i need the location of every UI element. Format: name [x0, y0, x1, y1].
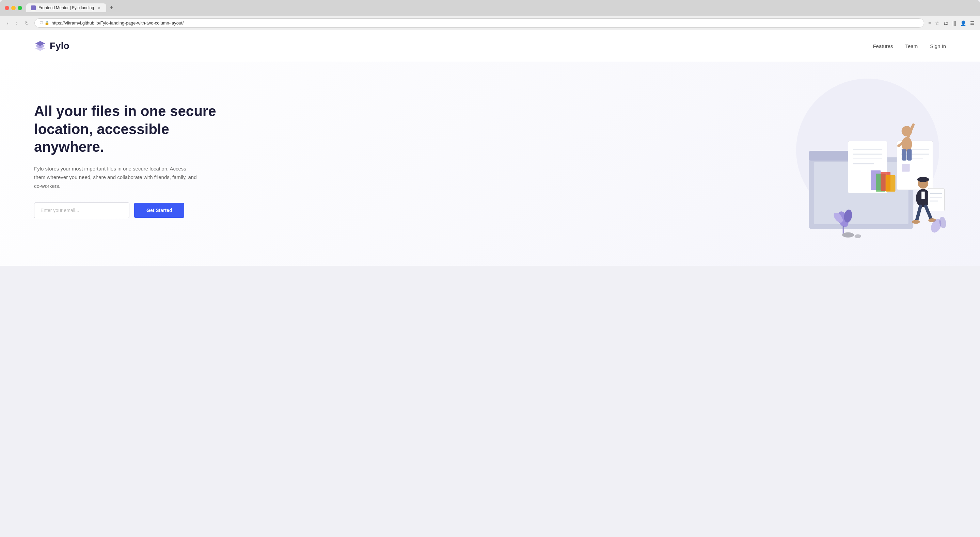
traffic-lights — [5, 6, 22, 10]
lock-icon: 🔒 — [45, 21, 49, 25]
logo-text: Fylo — [50, 40, 70, 51]
maximize-button[interactable] — [18, 6, 22, 10]
nav-signin[interactable]: Sign In — [930, 43, 946, 49]
hero-section: All your files in one secure location, a… — [0, 62, 980, 266]
hero-illustration-svg — [783, 89, 953, 245]
website-content: Fylo Features Team Sign In All your file… — [0, 30, 980, 266]
tab-favicon — [31, 5, 36, 10]
svg-point-33 — [912, 220, 920, 224]
pocket-icon[interactable]: 🗂 — [943, 20, 949, 27]
svg-point-39 — [842, 232, 854, 238]
email-input[interactable] — [34, 202, 129, 218]
library-icon[interactable]: ||| — [952, 20, 957, 27]
svg-point-24 — [917, 177, 929, 182]
browser-toolbar: ‹ › ↻ 🛡 🔒 https://vikramvi.github.io/Fyl… — [0, 16, 980, 30]
new-tab-button[interactable]: + — [108, 5, 115, 11]
get-started-button[interactable]: Get Started — [134, 203, 184, 218]
back-button[interactable]: ‹ — [5, 19, 11, 27]
tab-title: Frontend Mentor | Fylo landing — [38, 5, 94, 10]
hero-form: Get Started — [34, 202, 225, 218]
logo-icon — [34, 40, 46, 52]
close-button[interactable] — [5, 6, 9, 10]
svg-rect-27 — [928, 188, 944, 211]
shield-icon: 🛡 — [40, 21, 43, 25]
svg-line-31 — [917, 206, 921, 221]
reader-view-icon[interactable]: ≡ — [928, 20, 932, 27]
forward-button[interactable]: › — [14, 19, 20, 27]
menu-icon[interactable]: ☰ — [969, 20, 975, 27]
tab-bar: Frontend Mentor | Fylo landing ✕ + — [26, 3, 975, 12]
profile-icon[interactable]: 👤 — [959, 20, 967, 27]
browser-window: Frontend Mentor | Fylo landing ✕ + ‹ › ↻… — [0, 0, 980, 266]
nav-features[interactable]: Features — [873, 43, 893, 49]
svg-rect-11 — [886, 175, 896, 192]
hero-description: Fylo stores your most important files in… — [34, 164, 197, 191]
security-icons: 🛡 🔒 — [40, 21, 49, 25]
logo: Fylo — [34, 40, 70, 52]
nav-links: Features Team Sign In — [873, 43, 946, 49]
hero-content: All your files in one secure location, a… — [34, 102, 225, 218]
toolbar-actions: ≡ ☆ 🗂 ||| 👤 ☰ — [928, 20, 975, 27]
reload-button[interactable]: ↻ — [23, 19, 31, 27]
nav-team[interactable]: Team — [905, 43, 918, 49]
hero-title: All your files in one secure location, a… — [34, 102, 225, 156]
svg-rect-20 — [907, 149, 912, 160]
tab-close-button[interactable]: ✕ — [97, 5, 102, 10]
svg-rect-19 — [902, 149, 907, 160]
svg-rect-26 — [921, 192, 925, 199]
hero-illustration — [225, 75, 946, 245]
svg-point-40 — [855, 234, 861, 238]
url-text[interactable]: https://vikramvi.github.io/Fylo-landing-… — [51, 21, 919, 25]
minimize-button[interactable] — [11, 6, 16, 10]
bookmark-star-icon[interactable]: ☆ — [934, 20, 940, 27]
site-nav: Fylo Features Team Sign In — [0, 30, 980, 62]
active-tab[interactable]: Frontend Mentor | Fylo landing ✕ — [26, 3, 106, 12]
svg-rect-1 — [809, 151, 855, 160]
browser-titlebar: Frontend Mentor | Fylo landing ✕ + — [0, 0, 980, 16]
svg-rect-16 — [902, 164, 910, 172]
address-bar[interactable]: 🛡 🔒 https://vikramvi.github.io/Fylo-land… — [34, 18, 924, 27]
